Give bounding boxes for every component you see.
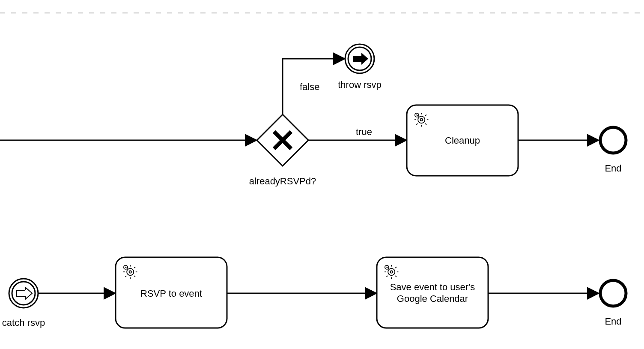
- bpmn-diagram: alreadyRSVPd? false throw rsvp true: [0, 0, 644, 349]
- event-throw-rsvp[interactable]: [345, 44, 374, 73]
- event-throw-label: throw rsvp: [338, 79, 381, 90]
- task-save-label: Save event to user's Google Calendar: [381, 269, 484, 316]
- task-rsvp-label: RSVP to event: [140, 288, 202, 299]
- flow-false-label: false: [300, 81, 319, 92]
- svg-point-47: [600, 280, 626, 306]
- task-save-label-wrapper: Save event to user's Google Calendar: [381, 269, 484, 316]
- event-catch-rsvp[interactable]: [9, 279, 38, 308]
- event-catch-label: catch rsvp: [2, 317, 45, 328]
- svg-point-18: [600, 127, 626, 153]
- event-end-2[interactable]: [600, 280, 626, 306]
- task-cleanup-label: Cleanup: [445, 135, 480, 146]
- gateway-label: alreadyRSVPd?: [249, 176, 316, 187]
- gateway-already-rsvpd[interactable]: [257, 114, 308, 166]
- event-end-1[interactable]: [600, 127, 626, 153]
- event-end-2-label: End: [605, 316, 621, 327]
- svg-rect-21: [17, 290, 25, 296]
- flow-true-label: true: [356, 126, 372, 137]
- svg-rect-5: [353, 56, 361, 62]
- event-end-1-label: End: [605, 163, 621, 174]
